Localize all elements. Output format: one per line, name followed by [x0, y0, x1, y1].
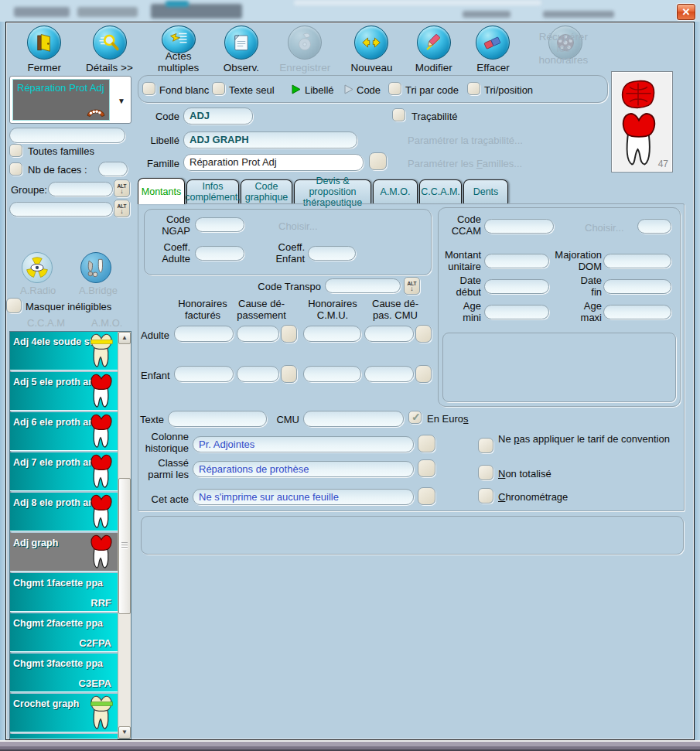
group-alt-button[interactable]: ALT↓	[114, 179, 130, 197]
erase-button[interactable]: Effacer	[464, 26, 522, 73]
secondary-group-alt-button[interactable]: ALT↓	[114, 200, 130, 217]
close-button[interactable]: ✕	[677, 4, 695, 20]
observation-button[interactable]: Observ.	[213, 26, 271, 73]
adulte-honoraires-cmu-input[interactable]	[303, 326, 361, 342]
montant-unitaire-input[interactable]	[484, 254, 549, 268]
ccam-code-input[interactable]	[484, 219, 554, 234]
non-totalise-checkbox[interactable]	[478, 465, 493, 480]
configure-families-link[interactable]: Paramétrer les Familles...	[408, 158, 522, 169]
group-input[interactable]	[48, 182, 113, 196]
adulte-cause-picker-button[interactable]	[281, 325, 297, 343]
cet-acte-input[interactable]: Ne s'imprime sur aucune feuille	[193, 489, 414, 505]
code-field-input[interactable]: ADJ	[183, 108, 253, 125]
colonne-historique-picker-button[interactable]	[418, 435, 435, 452]
ngap-choose-link[interactable]: Choisir...	[278, 220, 318, 232]
configure-traceability-link[interactable]: Paramétrer la traçabilité...	[408, 135, 523, 146]
act-list-item-selected[interactable]: Adj graph	[10, 533, 118, 572]
coeff-enfant-input[interactable]	[308, 246, 356, 261]
scroll-down-button[interactable]: ▼	[118, 726, 131, 739]
enfant-cause-cmu-input[interactable]	[364, 366, 414, 382]
text-only-radio[interactable]	[212, 82, 225, 95]
tab-montants[interactable]: Montants	[138, 178, 185, 204]
chronometrage-checkbox[interactable]	[478, 488, 493, 504]
texte-input[interactable]	[168, 411, 267, 427]
adulte-honoraires-input[interactable]	[174, 326, 234, 342]
sort-by-position-radio[interactable]	[467, 82, 480, 95]
date-debut-input[interactable]	[484, 279, 549, 294]
save-button[interactable]: Enregistrer	[270, 26, 340, 73]
recover-fees-button[interactable]: Récupérer les honoraires	[522, 26, 605, 73]
tab-amo[interactable]: A.M.O.	[373, 179, 418, 203]
act-list-item[interactable]: Chgmt 1facette ppa RRF	[10, 573, 118, 612]
famille-picker-button[interactable]	[369, 152, 387, 170]
classe-parmi-picker-button[interactable]	[418, 459, 435, 477]
sort-by-code-radio[interactable]	[388, 82, 401, 95]
coeff-adulte-input[interactable]	[195, 246, 244, 261]
colonne-historique-input[interactable]: Pr. Adjointes	[193, 436, 414, 452]
act-list-item[interactable]: Adj 7 ele proth amo	[10, 452, 118, 491]
classe-parmi-input[interactable]: Réparations de prothèse	[193, 461, 414, 477]
libelle-field-input[interactable]: ADJ GRAPH	[183, 131, 357, 148]
majoration-dom-input[interactable]	[603, 254, 671, 268]
ngap-code-input[interactable]	[195, 217, 244, 232]
act-list-item[interactable]: Adj 4ele soude stell	[10, 332, 118, 370]
details-button[interactable]: Détails >>	[75, 26, 145, 73]
multiple-acts-button[interactable]: Actes multiples	[145, 26, 213, 73]
a-radio-button[interactable]	[22, 252, 53, 283]
tab-devis-proposition[interactable]: Devis & proposition thérapeutique	[294, 179, 371, 203]
code-transpo-input[interactable]	[325, 278, 401, 293]
code-mode-icon[interactable]	[343, 84, 353, 94]
no-convention-tariff-checkbox[interactable]	[478, 438, 493, 453]
act-list-item[interactable]: Adj 5 ele proth amo	[10, 372, 118, 411]
a-bridge-button[interactable]	[80, 252, 111, 283]
faces-count-checkbox[interactable]	[9, 162, 22, 176]
cmu-input[interactable]	[303, 411, 404, 427]
tab-infos-complement[interactable]: Infos complément.	[186, 179, 239, 203]
act-list-item[interactable]: Crochet graph	[10, 694, 118, 732]
act-list-item[interactable]: Adj 8 ele proth amo	[10, 493, 118, 531]
tab-ccam[interactable]: C.C.A.M.	[419, 179, 462, 203]
code-transpo-label: Code Transpo	[255, 281, 321, 292]
act-list-item[interactable]: Adj 6 ele proth amo	[10, 412, 118, 451]
enfant-honoraires-input[interactable]	[174, 366, 234, 382]
tab-dents[interactable]: Dents	[463, 179, 508, 203]
family-filter-input[interactable]	[9, 128, 125, 143]
all-families-checkbox[interactable]	[9, 144, 22, 157]
adulte-cause-cmu-input[interactable]	[364, 326, 414, 342]
scroll-up-button[interactable]: ▲	[118, 332, 131, 344]
adulte-cause-input[interactable]	[237, 326, 279, 342]
enfant-cause-input[interactable]	[237, 366, 279, 382]
bottom-notes-box[interactable]	[141, 516, 684, 555]
close-act-button[interactable]: Fermer	[14, 26, 75, 73]
ccam-notes-box[interactable]	[442, 333, 676, 402]
family-selector-dropdown[interactable]: Réparation Prot Adj ▼	[9, 76, 131, 124]
faces-count-input[interactable]	[98, 162, 128, 176]
white-background-radio[interactable]	[142, 82, 155, 95]
traceability-checkbox[interactable]	[392, 108, 405, 121]
tab-code-graphique[interactable]: Code graphique	[241, 179, 292, 203]
adulte-cause-cmu-picker-button[interactable]	[415, 325, 432, 343]
code-transpo-alt-button[interactable]: ALT↓	[404, 277, 420, 295]
act-list-item[interactable]: Chgmt 2facette ppa C2FPA	[10, 613, 118, 652]
ccam-extra-input[interactable]	[637, 219, 671, 234]
new-button[interactable]: Nouveau	[340, 26, 403, 73]
enfant-cause-cmu-picker-button[interactable]	[415, 365, 432, 383]
ccam-choose-link[interactable]: Choisir...	[585, 222, 624, 234]
act-list-scrollbar[interactable]: ▲ ▼	[118, 332, 131, 739]
en-euros-checkbox[interactable]	[408, 411, 422, 424]
act-list-item[interactable]: Chgmt 3facette ppa C3EPA	[10, 654, 118, 692]
label-mode-selected-icon[interactable]	[291, 84, 301, 94]
date-fin-label: Date fin	[560, 275, 602, 298]
cet-acte-picker-button[interactable]	[418, 487, 435, 505]
famille-field-input[interactable]: Réparation Prot Adj	[183, 154, 364, 171]
hide-ineligible-checkbox[interactable]	[6, 298, 22, 313]
modify-button[interactable]: Modifier	[404, 26, 465, 73]
age-mini-input[interactable]	[484, 305, 549, 319]
date-fin-input[interactable]	[603, 279, 671, 294]
secondary-group-input[interactable]	[9, 202, 113, 217]
enfant-honoraires-cmu-input[interactable]	[303, 366, 361, 382]
age-maxi-input[interactable]	[603, 305, 671, 319]
scrollbar-thumb[interactable]	[118, 478, 131, 614]
act-list-item-partial[interactable]	[10, 734, 118, 739]
enfant-cause-picker-button[interactable]	[281, 365, 297, 383]
